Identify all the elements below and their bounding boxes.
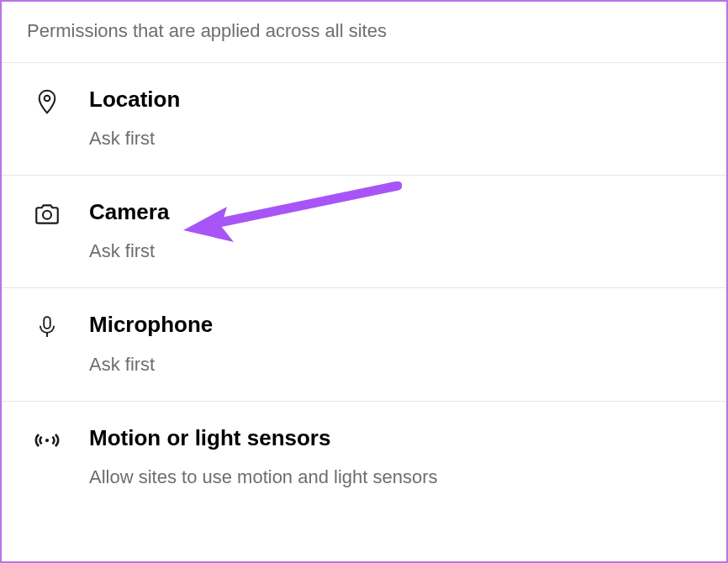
svg-rect-2 bbox=[44, 318, 50, 329]
header-description: Permissions that are applied across all … bbox=[27, 20, 701, 42]
permission-item-microphone[interactable]: Microphone Ask first bbox=[2, 288, 726, 401]
permissions-panel: Permissions that are applied across all … bbox=[0, 0, 728, 563]
permission-item-motion-sensors[interactable]: Motion or light sensors Allow sites to u… bbox=[2, 402, 726, 513]
permission-item-camera[interactable]: Camera Ask first bbox=[2, 176, 726, 288]
permission-title: Motion or light sensors bbox=[89, 425, 438, 451]
permission-text: Microphone Ask first bbox=[89, 312, 213, 375]
permission-title: Location bbox=[89, 87, 180, 113]
permission-title: Microphone bbox=[89, 312, 213, 338]
camera-icon bbox=[32, 199, 62, 229]
permission-text: Location Ask first bbox=[89, 87, 180, 150]
svg-point-4 bbox=[45, 438, 49, 441]
permission-subtitle: Ask first bbox=[89, 240, 169, 262]
permission-text: Motion or light sensors Allow sites to u… bbox=[89, 425, 438, 488]
svg-point-0 bbox=[45, 96, 50, 102]
svg-point-1 bbox=[43, 211, 51, 219]
permission-subtitle: Allow sites to use motion and light sens… bbox=[89, 466, 438, 488]
permission-item-location[interactable]: Location Ask first bbox=[2, 63, 726, 176]
permission-subtitle: Ask first bbox=[89, 128, 180, 150]
permissions-header: Permissions that are applied across all … bbox=[2, 2, 726, 63]
permission-title: Camera bbox=[89, 199, 169, 225]
location-icon bbox=[32, 87, 62, 117]
permission-subtitle: Ask first bbox=[89, 354, 213, 376]
microphone-icon bbox=[32, 312, 62, 342]
motion-sensor-icon bbox=[32, 425, 62, 455]
permission-text: Camera Ask first bbox=[89, 199, 169, 262]
